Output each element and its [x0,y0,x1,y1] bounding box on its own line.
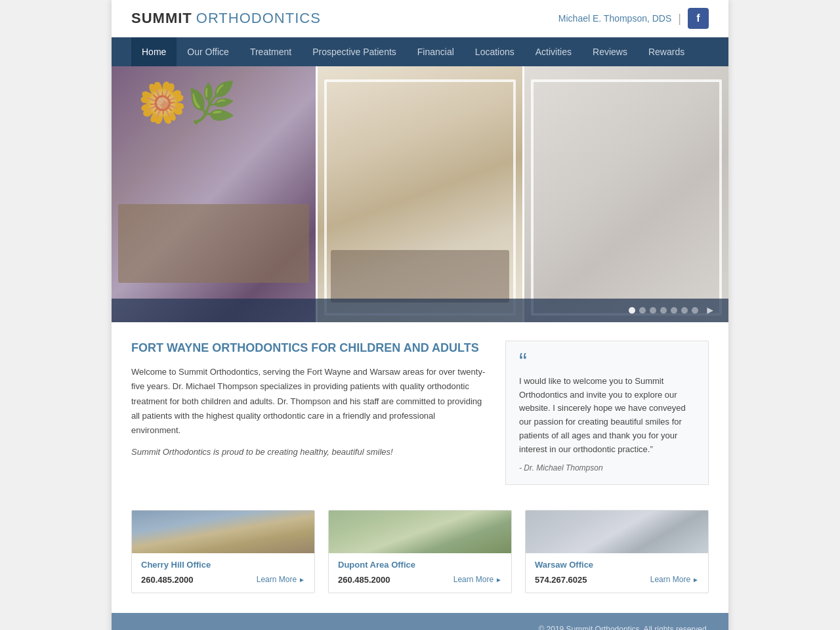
intro-text: Welcome to Summit Orthodontics, serving … [131,365,486,437]
slide-2 [316,66,522,322]
quote-text: I would like to welcome you to Summit Or… [519,375,695,457]
warsaw-card-body: Warsaw Office 574.267.6025 Learn More ► [526,553,708,593]
windows-decoration-3 [531,79,722,316]
slide-dot-2[interactable] [639,307,646,314]
logo-ortho: ORTHODONTICS [196,10,321,27]
nav-our-office[interactable]: Our Office [177,37,240,66]
hero-slideshow: 🌼🌿 ► [112,66,728,322]
cherry-hill-office-name[interactable]: Cherry Hill Office [141,560,305,570]
quote-open-mark: “ [519,353,695,372]
slide-dot-4[interactable] [660,307,667,314]
dupont-footer: 260.485.2000 Learn More ► [338,575,502,585]
learn-more-arrow-2: ► [495,576,502,583]
site-footer: © 2019 Summit Orthodontics. All rights r… [112,613,728,630]
nav-reviews[interactable]: Reviews [582,37,638,66]
doctor-name: Michael E. Thompson, DDS [558,13,671,24]
cherry-hill-phone: 260.485.2000 [141,575,194,585]
slideshow-controls: ► [112,299,728,322]
slide-dot-5[interactable] [671,307,677,314]
cherry-hill-learn-more[interactable]: Learn More ► [257,575,305,584]
cherry-hill-card-body: Cherry Hill Office 260.485.2000 Learn Mo… [132,553,314,593]
nav-prospective-patients[interactable]: Prospective Patients [302,37,407,66]
warsaw-office-image [526,511,708,553]
learn-more-arrow-3: ► [692,576,699,583]
slideshow-images: 🌼🌿 [112,66,728,322]
office-card-dupont: Dupont Area Office 260.485.2000 Learn Mo… [328,510,512,593]
warsaw-office-name[interactable]: Warsaw Office [535,560,699,570]
office-card-cherry-hill: Cherry Hill Office 260.485.2000 Learn Mo… [131,510,315,593]
office-card-warsaw: Warsaw Office 574.267.6025 Learn More ► [525,510,709,593]
slide-next-arrow[interactable]: ► [702,304,718,316]
content-area: FORT WAYNE ORTHODONTICS FOR CHILDREN AND… [112,322,728,503]
nav-locations[interactable]: Locations [465,37,525,66]
dupont-card-body: Dupont Area Office 260.485.2000 Learn Mo… [329,553,511,593]
header-divider: | [678,12,681,26]
tagline: Summit Orthodontics is proud to be creat… [131,447,486,457]
facebook-icon[interactable]: f [688,8,709,29]
warsaw-phone: 574.267.6025 [535,575,587,585]
header-right: Michael E. Thompson, DDS | f [558,8,709,29]
slide-3 [522,66,728,322]
shelf-decoration [118,204,309,283]
main-nav: Home Our Office Treatment Prospective Pa… [112,37,728,66]
logo-area: SUMMIT ORTHODONTICS [131,10,321,27]
cherry-hill-footer: 260.485.2000 Learn More ► [141,575,305,585]
slide-1: 🌼🌿 [112,66,316,322]
nav-home[interactable]: Home [131,37,177,66]
offices-section: Cherry Hill Office 260.485.2000 Learn Mo… [112,503,728,613]
slide-dot-7[interactable] [692,307,698,314]
chairs-decoration [331,250,509,303]
quote-close-mark: ” [650,444,652,454]
dupont-phone: 260.485.2000 [338,575,390,585]
copyright-text: © 2019 Summit Orthodontics. All rights r… [538,625,709,630]
flowers-decoration: 🌼🌿 [138,79,236,126]
nav-financial[interactable]: Financial [407,37,465,66]
warsaw-learn-more[interactable]: Learn More ► [650,575,699,584]
dupont-learn-more[interactable]: Learn More ► [453,575,502,584]
site-header: SUMMIT ORTHODONTICS Michael E. Thompson,… [112,0,728,37]
learn-more-arrow-1: ► [299,576,305,583]
logo-summit: SUMMIT [131,10,192,27]
warsaw-footer: 574.267.6025 Learn More ► [535,575,699,585]
quote-block: “ I would like to welcome you to Summit … [505,341,709,485]
section-title: FORT WAYNE ORTHODONTICS FOR CHILDREN AND… [131,341,486,356]
nav-activities[interactable]: Activities [525,37,582,66]
dupont-office-image [329,511,511,553]
nav-rewards[interactable]: Rewards [638,37,695,66]
nav-treatment[interactable]: Treatment [240,37,302,66]
cherry-hill-office-image [132,511,314,553]
dupont-office-name[interactable]: Dupont Area Office [338,560,502,570]
quote-attribution: - Dr. Michael Thompson [519,463,695,472]
slide-dot-3[interactable] [650,307,656,314]
slide-dot-1[interactable] [629,307,635,314]
content-left: FORT WAYNE ORTHODONTICS FOR CHILDREN AND… [131,341,486,485]
slide-dot-6[interactable] [681,307,688,314]
